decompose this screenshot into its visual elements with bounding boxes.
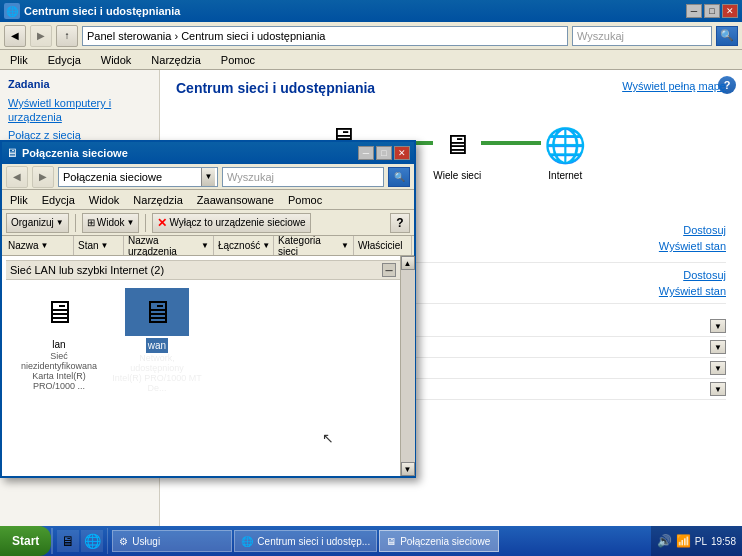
column-headers: Nazwa ▼ Stan ▼ Nazwa urządzenia ▼ Łączno… (2, 236, 414, 256)
desktop-icon[interactable]: 🖥 (57, 530, 79, 552)
disable-device-button[interactable]: ✕ Wyłącz to urządzenie sieciowe (152, 213, 310, 233)
widok-arrow-icon: ▼ (127, 218, 135, 227)
wan-name: wan (146, 338, 168, 353)
section-title: Sieć LAN lub szybki Internet (2) (10, 264, 164, 276)
address-path[interactable]: Panel sterowania › Centrum sieci i udost… (82, 26, 568, 46)
menu-narzedzia[interactable]: Narzędzia (145, 53, 207, 67)
search-placeholder: Wyszukaj (577, 30, 624, 42)
scroll-down-arrow[interactable]: ▼ (401, 462, 415, 476)
node-internet: 🌐 Internet (541, 125, 589, 182)
view-status-action-2[interactable]: Wyświetl stan (659, 285, 726, 297)
start-button[interactable]: Start (0, 526, 51, 556)
section-header: Sieć LAN lub szybki Internet (2) ─ (6, 260, 400, 280)
dialog-address-text: Połączenia sieciowe (63, 171, 162, 183)
taskbar-item-uslugi[interactable]: ⚙ Usługi (112, 530, 232, 552)
menu-widok[interactable]: Widok (95, 53, 138, 67)
lan-icon-wrap: 🖥 (27, 288, 91, 336)
taskbar-item-centrum[interactable]: 🌐 Centrum sieci i udostęp... (234, 530, 377, 552)
dialog-maximize[interactable]: □ (376, 146, 392, 160)
polaczenia-label: Połączenia sieciowe (400, 536, 490, 547)
red-x-icon: ✕ (157, 216, 167, 230)
network-item-lan[interactable]: 🖥 lan Sieć niezidentyfikowana Karta Inte… (14, 288, 104, 393)
dialog-close[interactable]: ✕ (394, 146, 410, 160)
search-button[interactable]: 🔍 (716, 26, 738, 46)
menu-plik[interactable]: Plik (4, 53, 34, 67)
col-kategoria[interactable]: Kategoria sieci ▼ (274, 236, 354, 255)
section-collapse-button[interactable]: ─ (382, 263, 396, 277)
organize-button[interactable]: Organizuj ▼ (6, 213, 69, 233)
close-button[interactable]: ✕ (722, 4, 738, 18)
minimize-button[interactable]: ─ (686, 4, 702, 18)
col-nazwa[interactable]: Nazwa ▼ (4, 236, 74, 255)
dialog-forward-button[interactable]: ▶ (32, 166, 54, 188)
col-wlasciciel[interactable]: Właściciel (354, 236, 412, 255)
quick-launch: 🖥 🌐 (53, 530, 107, 552)
ie-icon[interactable]: 🌐 (81, 530, 103, 552)
main-content: Zadania Wyświetl komputery i urządzenia … (0, 70, 742, 546)
scroll-track (401, 270, 415, 462)
uslugi-label: Usługi (132, 536, 160, 547)
dialog-menu-narzedzia[interactable]: Narzędzia (129, 193, 187, 207)
taskbar-time: 19:58 (711, 536, 736, 547)
search-box[interactable]: Wyszukaj (572, 26, 712, 46)
lan-name: lan (52, 338, 65, 351)
maximize-button[interactable]: □ (704, 4, 720, 18)
dialog-menu-widok[interactable]: Widok (85, 193, 124, 207)
back-button[interactable]: ◀ (4, 25, 26, 47)
network-connections-dialog: 🖥 Połączenia sieciowe ─ □ ✕ ◀ ▶ Połączen… (0, 140, 416, 478)
col-nazwa-urzadzenia[interactable]: Nazwa urządzenia ▼ (124, 236, 214, 255)
full-map-link[interactable]: Wyświetl pełną mapę (622, 80, 726, 92)
toolbar-separator-1 (75, 214, 76, 232)
taskbar-item-polaczenia[interactable]: 🖥 Połączenia sieciowe (379, 530, 499, 552)
dialog-back-button[interactable]: ◀ (6, 166, 28, 188)
scroll-up-arrow[interactable]: ▲ (401, 256, 415, 270)
dialog-menu-pomoc[interactable]: Pomoc (284, 193, 326, 207)
customize-action-2[interactable]: Dostosuj (683, 269, 726, 281)
multiple-networks-label: Wiele sieci (433, 169, 481, 182)
dialog-content: Sieć LAN lub szybki Internet (2) ─ 🖥 lan… (2, 256, 414, 476)
app-icon: 🌐 (4, 3, 20, 19)
col-cat-arrow: ▼ (341, 241, 349, 250)
menu-edycja[interactable]: Edycja (42, 53, 87, 67)
widok-button[interactable]: ⊞ Widok ▼ (82, 213, 140, 233)
dialog-search-button[interactable]: 🔍 (388, 167, 410, 187)
polaczenia-icon: 🖥 (386, 536, 396, 547)
internet-icon: 🌐 (541, 125, 589, 165)
wan-device: Intel(R) PRO/1000 MT De... (112, 373, 202, 393)
sharing-dropdown-2[interactable]: ▼ (710, 340, 726, 354)
view-status-action-1[interactable]: Wyświetl stan (659, 240, 726, 252)
organize-label: Organizuj (11, 217, 54, 228)
dialog-menu-zaawansowane[interactable]: Zaawansowane (193, 193, 278, 207)
up-button[interactable]: ↑ (56, 25, 78, 47)
sharing-dropdown-karek[interactable]: ▼ (710, 319, 726, 333)
wan-icon: 🖥 (141, 294, 173, 331)
menu-bar: Plik Edycja Widok Narzędzia Pomoc (0, 50, 742, 70)
dialog-title-bar: 🖥 Połączenia sieciowe ─ □ ✕ (2, 142, 414, 164)
combo-arrow-icon[interactable]: ▼ (201, 168, 215, 186)
menu-pomoc[interactable]: Pomoc (215, 53, 261, 67)
sharing-dropdown-4[interactable]: ▼ (710, 382, 726, 396)
dialog-menu-plik[interactable]: Plik (6, 193, 32, 207)
dialog-search-box[interactable]: Wyszukaj (222, 167, 384, 187)
dialog-scrollbar[interactable]: ▲ ▼ (400, 256, 414, 476)
lan-status: Sieć niezidentyfikowana (14, 351, 104, 371)
col-lacznosc[interactable]: Łączność ▼ (214, 236, 274, 255)
col-conn-arrow: ▼ (262, 241, 270, 250)
link-view-computers[interactable]: Wyświetl komputery i urządzenia (8, 96, 151, 124)
sharing-dropdown-3[interactable]: ▼ (710, 361, 726, 375)
customize-action-1[interactable]: Dostosuj (683, 224, 726, 236)
col-device-arrow: ▼ (201, 241, 209, 250)
dialog-help-button[interactable]: ? (390, 213, 410, 233)
toolbar-separator-2 (145, 214, 146, 232)
taskbar: Start 🖥 🌐 ⚙ Usługi 🌐 Centrum sieci i udo… (0, 526, 742, 556)
tray-volume-icon: 📶 (676, 534, 691, 548)
dialog-address-combo[interactable]: Połączenia sieciowe ▼ (58, 167, 218, 187)
dialog-menu-edycja[interactable]: Edycja (38, 193, 79, 207)
network-item-wan[interactable]: 🖥 wan Network, udostępniony Intel(R) PRO… (112, 288, 202, 393)
forward-button[interactable]: ▶ (30, 25, 52, 47)
node-multiple: 🖥 Wiele sieci (433, 125, 481, 182)
title-bar: 🌐 Centrum sieci i udostępniania ─ □ ✕ (0, 0, 742, 22)
dialog-minimize[interactable]: ─ (358, 146, 374, 160)
col-stan[interactable]: Stan ▼ (74, 236, 124, 255)
multiple-networks-icon: 🖥 (433, 125, 481, 165)
